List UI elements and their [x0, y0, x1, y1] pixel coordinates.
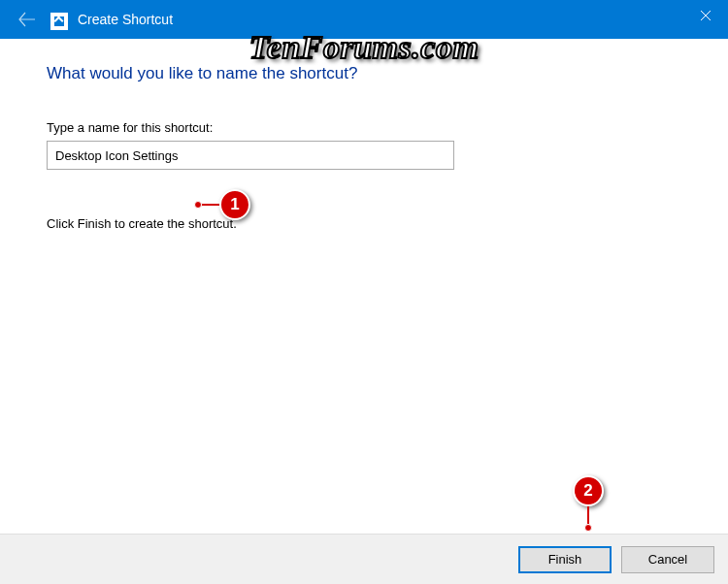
wizard-content: What would you like to name the shortcut…	[0, 39, 728, 534]
titlebar: Create Shortcut	[0, 0, 728, 39]
back-arrow-button[interactable]	[14, 6, 41, 33]
shortcut-wizard-icon	[50, 13, 68, 30]
close-icon	[700, 10, 711, 21]
finish-button[interactable]: Finish	[518, 546, 612, 573]
shortcut-name-input[interactable]	[47, 141, 454, 170]
shortcut-name-label: Type a name for this shortcut:	[47, 120, 681, 135]
cancel-button[interactable]: Cancel	[621, 546, 714, 573]
close-button[interactable]	[683, 0, 728, 31]
wizard-heading: What would you like to name the shortcut…	[47, 64, 681, 83]
window-title: Create Shortcut	[78, 12, 173, 27]
back-arrow-icon	[18, 11, 36, 28]
wizard-footer: Finish Cancel	[0, 534, 728, 584]
finish-instruction: Click Finish to create the shortcut.	[47, 216, 681, 231]
